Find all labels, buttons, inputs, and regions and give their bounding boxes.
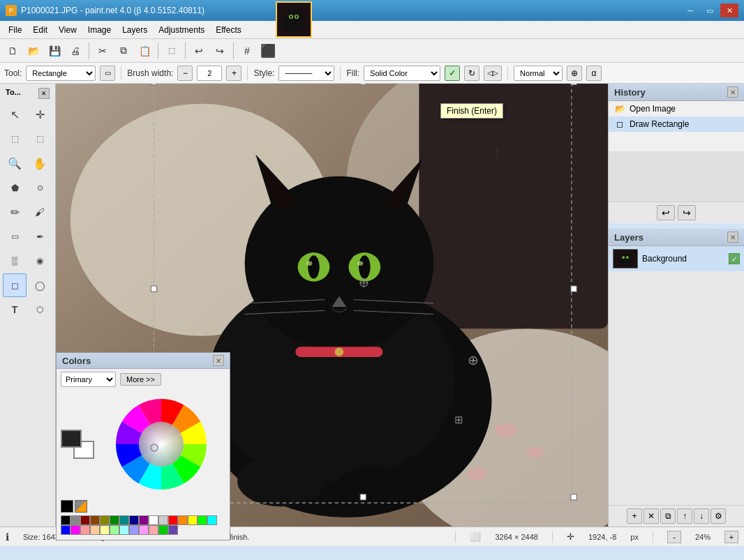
tool-zoom-btn[interactable]: 🔍: [3, 151, 27, 175]
colors-close-btn[interactable]: ✕: [213, 355, 224, 366]
menu-file[interactable]: File: [3, 24, 27, 36]
maximize-button[interactable]: ▭: [701, 3, 719, 17]
tool-text-btn[interactable]: T: [3, 298, 27, 321]
palette-color[interactable]: [129, 525, 139, 535]
palette-color[interactable]: [80, 525, 90, 535]
menu-layers[interactable]: Layers: [117, 24, 153, 36]
tool-paintbrush-btn[interactable]: 🖌: [28, 200, 52, 224]
palette-color[interactable]: [198, 515, 207, 525]
deselect-button[interactable]: ⬚: [162, 42, 181, 60]
gradient-swatch[interactable]: [75, 500, 87, 513]
palette-color[interactable]: [149, 515, 158, 525]
layer-up-btn[interactable]: ↑: [677, 508, 692, 524]
paste-button[interactable]: 📋: [135, 42, 154, 60]
palette-color[interactable]: [61, 525, 70, 535]
alpha-btn[interactable]: α: [586, 66, 602, 81]
tool-pencil-btn[interactable]: ✏: [3, 200, 27, 224]
menu-effects[interactable]: Effects: [210, 24, 246, 36]
zoom-in-button[interactable]: +: [724, 531, 738, 543]
grid-button[interactable]: #: [237, 42, 257, 60]
rotate-button[interactable]: ↻: [464, 66, 479, 81]
brush-plus[interactable]: +: [226, 66, 241, 81]
flip-button[interactable]: ◁▷: [484, 66, 502, 81]
layer-background[interactable]: Background ✓: [609, 246, 744, 271]
tool-select-btn[interactable]: ↖: [3, 103, 27, 126]
save-button[interactable]: 💾: [45, 42, 64, 60]
palette-color[interactable]: [100, 515, 110, 525]
zoom-out-button[interactable]: -: [667, 531, 681, 543]
fill-button[interactable]: ⬛: [258, 42, 278, 60]
palette-color[interactable]: [139, 515, 149, 525]
palette-color[interactable]: [168, 515, 178, 525]
minimize-button[interactable]: ─: [681, 3, 699, 17]
print-button[interactable]: 🖨: [66, 42, 85, 60]
tool-magic-btn[interactable]: ⬚: [28, 127, 52, 151]
layer-delete-btn[interactable]: ✕: [643, 508, 659, 524]
copy-button[interactable]: ⧉: [114, 42, 133, 60]
palette-color[interactable]: [168, 525, 178, 535]
palette-color[interactable]: [158, 525, 168, 535]
brush-width-input[interactable]: [197, 66, 222, 81]
tool-eraser-btn[interactable]: ▭: [3, 225, 27, 248]
palette-color[interactable]: [188, 515, 198, 525]
menu-view[interactable]: View: [53, 24, 82, 36]
history-item-open[interactable]: 📂 Open Image: [609, 101, 744, 116]
black-swatch[interactable]: [61, 500, 73, 513]
blend-extra-btn[interactable]: ⊕: [567, 66, 582, 81]
history-item-draw-rect[interactable]: ◻ Draw Rectangle: [609, 116, 744, 132]
palette-color[interactable]: [119, 515, 129, 525]
palette-color[interactable]: [70, 525, 80, 535]
tool-lasso-btn[interactable]: ⬚: [3, 127, 27, 151]
tools-close-btn[interactable]: ✕: [38, 88, 50, 99]
palette-color[interactable]: [90, 525, 100, 535]
history-close-btn[interactable]: ✕: [727, 86, 738, 98]
style-select[interactable]: ─────: [278, 66, 334, 81]
primary-secondary-select[interactable]: Primary Secondary: [61, 372, 116, 387]
color-wheel[interactable]: [112, 395, 210, 493]
tool-pan-btn[interactable]: ✋: [28, 151, 52, 175]
tool-shapes-btn[interactable]: ◯: [28, 273, 52, 297]
more-colors-button[interactable]: More >>: [120, 373, 161, 386]
palette-color[interactable]: [80, 515, 90, 525]
menu-edit[interactable]: Edit: [27, 24, 53, 36]
tool-clone-btn[interactable]: ⊙: [28, 176, 52, 199]
palette-color[interactable]: [129, 515, 139, 525]
palette-color[interactable]: [207, 515, 217, 525]
palette-color[interactable]: [119, 525, 129, 535]
palette-color[interactable]: [158, 515, 168, 525]
tool-select[interactable]: Rectangle: [26, 66, 96, 81]
tool-recolor-btn[interactable]: ◉: [28, 249, 52, 273]
undo-button[interactable]: ↩: [189, 42, 209, 60]
palette-color[interactable]: [149, 525, 158, 535]
menu-adjustments[interactable]: Adjustments: [153, 24, 210, 36]
tool-colorpick-btn[interactable]: ✒: [28, 225, 52, 248]
palette-color[interactable]: [70, 515, 80, 525]
tool-line-btn[interactable]: ⬡: [28, 298, 52, 321]
cut-button[interactable]: ✂: [93, 42, 112, 60]
layer-down-btn[interactable]: ↓: [694, 508, 709, 524]
blend-mode-select[interactable]: Normal: [514, 66, 563, 81]
tool-move-btn[interactable]: ✛: [28, 103, 52, 126]
layers-close-btn[interactable]: ✕: [727, 232, 738, 243]
palette-color[interactable]: [61, 515, 70, 525]
palette-color[interactable]: [139, 525, 149, 535]
layer-add-btn[interactable]: +: [627, 508, 642, 524]
brush-minus[interactable]: −: [177, 66, 193, 81]
new-button[interactable]: 🗋: [3, 42, 22, 60]
tool-shape-btn[interactable]: ▭: [100, 66, 115, 81]
layer-visible-check[interactable]: ✓: [729, 253, 740, 264]
palette-color[interactable]: [90, 515, 100, 525]
layer-duplicate-btn[interactable]: ⧉: [660, 508, 676, 524]
tool-gradient-btn[interactable]: ▒: [3, 249, 27, 273]
close-button[interactable]: ✕: [720, 3, 738, 17]
open-button[interactable]: 📂: [24, 42, 43, 60]
history-redo-btn[interactable]: ↪: [678, 205, 696, 220]
palette-color[interactable]: [110, 515, 119, 525]
redo-button[interactable]: ↪: [210, 42, 230, 60]
menu-image[interactable]: Image: [82, 24, 117, 36]
fill-select[interactable]: Solid Color: [364, 66, 440, 81]
palette-color[interactable]: [178, 515, 188, 525]
primary-color-swatch[interactable]: [61, 430, 82, 448]
tool-paintbucket-btn[interactable]: ⬟: [3, 176, 27, 199]
confirm-button[interactable]: ✓: [445, 66, 460, 81]
